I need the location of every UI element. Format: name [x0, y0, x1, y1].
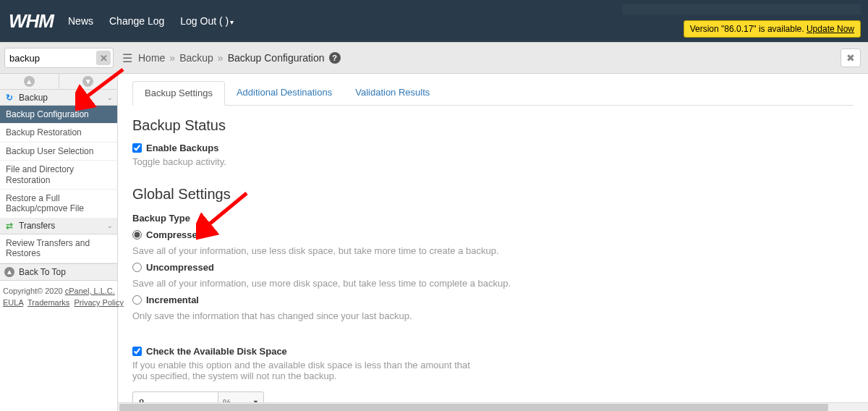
- radio-incremental: Incremental Only save the information th…: [132, 295, 854, 321]
- update-banner-text: Version "86.0.17" is available.: [690, 24, 807, 34]
- nav-changelog[interactable]: Change Log: [109, 15, 164, 27]
- sidebar-group-backup-label: Backup: [19, 93, 48, 103]
- breadcrumb-backup[interactable]: Backup: [179, 52, 213, 64]
- header-blur: [622, 4, 861, 14]
- sidebar-item-backup-user[interactable]: Backup User Selection: [0, 143, 117, 161]
- sidebar-footer: Copyright© 2020 cPanel, L.L.C. EULA Trad…: [0, 281, 117, 313]
- horizontal-scrollbar[interactable]: [118, 402, 868, 411]
- uncompressed-text: Uncompressed: [146, 262, 214, 273]
- radio-incremental-input[interactable]: [132, 295, 142, 305]
- chevron-down-icon: ⌄: [107, 94, 113, 101]
- breadcrumb-current: Backup Configuration: [228, 52, 325, 64]
- update-now-link[interactable]: Update Now: [807, 24, 854, 34]
- whm-logo: WHM: [0, 10, 68, 33]
- sidebar-group-backup[interactable]: ↻ Backup ⌄: [0, 90, 117, 106]
- sidebar-search-wrap: ✕: [0, 43, 118, 72]
- refresh-icon: ↻: [4, 93, 14, 103]
- backup-type-label: Backup Type: [132, 213, 854, 224]
- back-to-top-label: Back To Top: [19, 267, 66, 277]
- nav-logout-label: Log Out ( ): [180, 15, 229, 27]
- eula-link[interactable]: EULA: [3, 298, 23, 307]
- nav-logout[interactable]: Log Out ( )▾: [180, 15, 234, 27]
- radio-uncompressed-label[interactable]: Uncompressed: [132, 262, 214, 273]
- disk-unit-value: %: [223, 397, 231, 403]
- chevron-down-icon: ⌄: [107, 222, 113, 229]
- breadcrumb-home[interactable]: Home: [138, 52, 165, 64]
- tab-backup-settings[interactable]: Backup Settings: [132, 81, 225, 106]
- sidebar-item-backup-config[interactable]: Backup Configuration: [0, 106, 117, 124]
- radio-compressed-label[interactable]: Compressed: [132, 229, 203, 240]
- sidebar-collapse-up[interactable]: ▲: [0, 74, 59, 89]
- enable-backups-label: Enable Backups: [146, 143, 218, 153]
- sidebar-collapse-down[interactable]: ▼: [59, 74, 118, 89]
- copyright-text: Copyright© 2020: [3, 287, 65, 295]
- compressed-help: Save all of your information, use less d…: [132, 245, 854, 256]
- caret-down-icon: ▾: [230, 18, 234, 26]
- sidebar-collapse-row: ▲ ▼: [0, 74, 117, 90]
- disk-input-group: % ▼: [132, 391, 854, 402]
- sidebar-item-review-transfers[interactable]: Review Transfers and Restores: [0, 234, 117, 263]
- search-clear-icon[interactable]: ✕: [96, 51, 111, 65]
- tab-validation-results[interactable]: Validation Results: [344, 81, 441, 105]
- disk-space-block: Check the Available Disk Space If you en…: [132, 346, 854, 402]
- radio-compressed-input[interactable]: [132, 230, 142, 240]
- close-panel-icon[interactable]: ✖: [841, 48, 861, 67]
- transfer-icon: ⇄: [4, 221, 14, 231]
- radio-uncompressed: Uncompressed Save all of your informatio…: [132, 262, 854, 289]
- sidebar-backup-list: Backup Configuration Backup Restoration …: [0, 106, 117, 219]
- disk-threshold-input[interactable]: [132, 391, 218, 402]
- sidebar-item-backup-restore[interactable]: Backup Restoration: [0, 124, 117, 142]
- radio-compressed: Compressed Save all of your information,…: [132, 229, 854, 256]
- radio-uncompressed-input[interactable]: [132, 263, 142, 272]
- enable-backups-help: Toggle backup activity.: [132, 156, 854, 167]
- enable-backups-row: Enable Backups: [132, 143, 854, 153]
- content-scroll[interactable]: Backup Settings Additional Destinations …: [118, 74, 868, 402]
- sidebar-group-transfers-label: Transfers: [19, 221, 55, 231]
- radio-incremental-label[interactable]: Incremental: [132, 295, 199, 305]
- uncompressed-help: Save all of your information, use more d…: [132, 278, 854, 289]
- sidebar-item-full-restore[interactable]: Restore a Full Backup/cpmove File: [0, 190, 117, 219]
- breadcrumb-sep: »: [165, 52, 179, 64]
- global-settings-heading: Global Settings: [132, 186, 854, 203]
- breadcrumb: ☰ Home » Backup » Backup Configuration ?: [118, 51, 841, 65]
- check-disk-help: If you enable this option and the availa…: [132, 360, 480, 381]
- incremental-help: Only save the information that has chang…: [132, 310, 854, 321]
- arrow-up-icon: ▲: [4, 267, 14, 277]
- disk-unit-select[interactable]: % ▼: [218, 391, 264, 402]
- nav-news[interactable]: News: [68, 15, 93, 27]
- breadcrumb-sep: »: [213, 52, 228, 64]
- help-icon[interactable]: ?: [329, 52, 341, 64]
- check-disk-label: Check the Available Disk Space: [146, 346, 287, 357]
- top-nav: News Change Log Log Out ( )▾: [68, 15, 234, 27]
- scrollbar-thumb[interactable]: [119, 404, 828, 411]
- compressed-text: Compressed: [146, 229, 203, 240]
- backup-status-heading: Backup Status: [132, 117, 854, 134]
- update-banner: Version "86.0.17" is available. Update N…: [684, 20, 861, 38]
- cpanel-link[interactable]: cPanel, L.L.C.: [65, 287, 115, 295]
- sidebar-group-transfers[interactable]: ⇄ Transfers ⌄: [0, 219, 117, 234]
- enable-backups-checkbox[interactable]: [132, 143, 142, 153]
- arrow-up-icon: ▲: [24, 76, 35, 87]
- top-header: WHM News Change Log Log Out ( )▾ Version…: [0, 0, 868, 42]
- incremental-text: Incremental: [146, 295, 199, 305]
- sidebar-transfers-list: Review Transfers and Restores: [0, 234, 117, 263]
- body: ▲ ▼ ↻ Backup ⌄ Backup Configuration Back…: [0, 74, 868, 411]
- privacy-link[interactable]: Privacy Policy: [74, 298, 123, 307]
- list-icon[interactable]: ☰: [122, 51, 132, 65]
- tabbar: Backup Settings Additional Destinations …: [132, 81, 854, 106]
- check-disk-checkbox[interactable]: [132, 347, 142, 356]
- tab-additional-destinations[interactable]: Additional Destinations: [225, 81, 344, 105]
- toolbar: ✕ ☰ Home » Backup » Backup Configuration…: [0, 42, 868, 74]
- trademarks-link[interactable]: Trademarks: [27, 298, 69, 307]
- arrow-down-icon: ▼: [82, 76, 93, 87]
- main: Backup Settings Additional Destinations …: [118, 74, 868, 411]
- sidebar: ▲ ▼ ↻ Backup ⌄ Backup Configuration Back…: [0, 74, 118, 411]
- sidebar-item-file-restore[interactable]: File and Directory Restoration: [0, 161, 117, 190]
- back-to-top[interactable]: ▲ Back To Top: [0, 263, 117, 281]
